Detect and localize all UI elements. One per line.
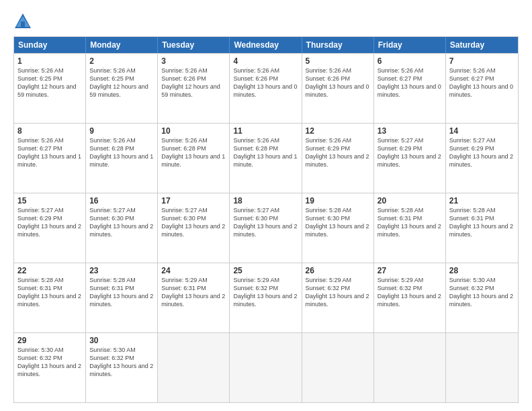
day-info: Sunrise: 5:27 AMSunset: 6:30 PMDaylight …	[161, 207, 225, 238]
day-number: 11	[233, 126, 298, 136]
calendar-cell: 9Sunrise: 5:26 AMSunset: 6:28 PMDaylight…	[86, 124, 158, 193]
day-info: Sunrise: 5:28 AMSunset: 6:30 PMDaylight …	[306, 207, 369, 238]
day-number: 21	[449, 196, 515, 205]
day-info: Sunrise: 5:29 AMSunset: 6:32 PMDaylight …	[233, 277, 297, 308]
calendar-body: 1Sunrise: 5:26 AMSunset: 6:25 PMDaylight…	[14, 53, 518, 402]
day-number: 2	[89, 56, 154, 66]
calendar-cell: 5Sunrise: 5:26 AMSunset: 6:26 PMDaylight…	[302, 54, 374, 123]
calendar-cell	[158, 333, 230, 402]
day-number: 10	[161, 126, 226, 136]
day-number: 25	[233, 266, 298, 275]
calendar-header-cell: Friday	[374, 37, 446, 53]
day-info: Sunrise: 5:26 AMSunset: 6:26 PMDaylight …	[161, 67, 220, 98]
calendar-cell: 17Sunrise: 5:27 AMSunset: 6:30 PMDayligh…	[158, 193, 230, 263]
calendar-header-cell: Wednesday	[230, 37, 302, 53]
calendar-cell: 8Sunrise: 5:26 AMSunset: 6:27 PMDaylight…	[14, 124, 86, 193]
day-number: 13	[378, 126, 442, 136]
day-number: 12	[306, 126, 370, 136]
day-info: Sunrise: 5:29 AMSunset: 6:32 PMDaylight …	[378, 277, 441, 308]
calendar-header-cell: Sunday	[14, 37, 86, 53]
calendar-cell	[374, 333, 446, 402]
calendar-cell: 20Sunrise: 5:28 AMSunset: 6:31 PMDayligh…	[374, 193, 446, 263]
calendar-cell: 4Sunrise: 5:26 AMSunset: 6:26 PMDaylight…	[230, 54, 302, 123]
calendar-cell: 26Sunrise: 5:29 AMSunset: 6:32 PMDayligh…	[302, 263, 374, 332]
calendar-cell: 22Sunrise: 5:28 AMSunset: 6:31 PMDayligh…	[14, 263, 86, 332]
day-number: 26	[306, 266, 370, 275]
day-info: Sunrise: 5:26 AMSunset: 6:27 PMDaylight …	[17, 137, 81, 168]
page: SundayMondayTuesdayWednesdayThursdayFrid…	[0, 0, 532, 411]
calendar-cell: 10Sunrise: 5:26 AMSunset: 6:28 PMDayligh…	[158, 124, 230, 193]
header	[13, 12, 519, 31]
day-number: 4	[233, 56, 298, 66]
calendar-cell: 3Sunrise: 5:26 AMSunset: 6:26 PMDaylight…	[158, 54, 230, 123]
day-number: 15	[17, 196, 82, 205]
calendar-cell: 25Sunrise: 5:29 AMSunset: 6:32 PMDayligh…	[230, 263, 302, 332]
calendar-cell: 13Sunrise: 5:27 AMSunset: 6:29 PMDayligh…	[374, 124, 446, 193]
calendar-cell: 29Sunrise: 5:30 AMSunset: 6:32 PMDayligh…	[14, 333, 86, 402]
day-number: 6	[378, 56, 442, 66]
calendar-cell: 7Sunrise: 5:26 AMSunset: 6:27 PMDaylight…	[446, 54, 518, 123]
calendar-row: 1Sunrise: 5:26 AMSunset: 6:25 PMDaylight…	[14, 53, 518, 123]
calendar-row: 15Sunrise: 5:27 AMSunset: 6:29 PMDayligh…	[14, 193, 518, 263]
calendar-cell: 19Sunrise: 5:28 AMSunset: 6:30 PMDayligh…	[302, 193, 374, 263]
calendar-cell: 21Sunrise: 5:28 AMSunset: 6:31 PMDayligh…	[446, 193, 518, 263]
calendar-cell	[230, 333, 302, 402]
day-info: Sunrise: 5:27 AMSunset: 6:30 PMDaylight …	[233, 207, 297, 238]
calendar-cell	[302, 333, 374, 402]
day-number: 24	[161, 266, 226, 275]
day-number: 5	[306, 56, 370, 66]
calendar-row: 8Sunrise: 5:26 AMSunset: 6:27 PMDaylight…	[14, 123, 518, 193]
calendar-cell: 23Sunrise: 5:28 AMSunset: 6:31 PMDayligh…	[86, 263, 158, 332]
calendar-header: SundayMondayTuesdayWednesdayThursdayFrid…	[14, 37, 518, 53]
calendar-cell: 28Sunrise: 5:30 AMSunset: 6:32 PMDayligh…	[446, 263, 518, 332]
day-info: Sunrise: 5:26 AMSunset: 6:28 PMDaylight …	[161, 137, 225, 168]
day-number: 29	[17, 336, 82, 345]
calendar: SundayMondayTuesdayWednesdayThursdayFrid…	[13, 36, 519, 403]
day-info: Sunrise: 5:28 AMSunset: 6:31 PMDaylight …	[378, 207, 441, 238]
calendar-header-cell: Saturday	[446, 37, 518, 53]
day-info: Sunrise: 5:26 AMSunset: 6:25 PMDaylight …	[17, 67, 77, 98]
calendar-cell: 6Sunrise: 5:26 AMSunset: 6:27 PMDaylight…	[374, 54, 446, 123]
calendar-header-cell: Thursday	[302, 37, 374, 53]
logo	[13, 12, 35, 31]
calendar-cell: 1Sunrise: 5:26 AMSunset: 6:25 PMDaylight…	[14, 54, 86, 123]
day-info: Sunrise: 5:27 AMSunset: 6:29 PMDaylight …	[17, 207, 81, 238]
day-info: Sunrise: 5:28 AMSunset: 6:31 PMDaylight …	[17, 277, 81, 308]
logo-icon	[13, 12, 32, 31]
svg-rect-2	[21, 21, 25, 27]
day-number: 22	[17, 266, 82, 275]
calendar-cell: 14Sunrise: 5:27 AMSunset: 6:29 PMDayligh…	[446, 124, 518, 193]
calendar-cell: 27Sunrise: 5:29 AMSunset: 6:32 PMDayligh…	[374, 263, 446, 332]
calendar-cell	[446, 333, 518, 402]
calendar-cell: 18Sunrise: 5:27 AMSunset: 6:30 PMDayligh…	[230, 193, 302, 263]
day-number: 17	[161, 196, 226, 205]
day-number: 1	[17, 56, 82, 66]
day-number: 28	[449, 266, 515, 275]
calendar-header-cell: Tuesday	[158, 37, 230, 53]
calendar-cell: 2Sunrise: 5:26 AMSunset: 6:25 PMDaylight…	[86, 54, 158, 123]
day-info: Sunrise: 5:29 AMSunset: 6:31 PMDaylight …	[161, 277, 225, 308]
day-info: Sunrise: 5:28 AMSunset: 6:31 PMDaylight …	[89, 277, 153, 308]
day-info: Sunrise: 5:26 AMSunset: 6:28 PMDaylight …	[89, 137, 153, 168]
day-info: Sunrise: 5:29 AMSunset: 6:32 PMDaylight …	[306, 277, 369, 308]
day-number: 20	[378, 196, 442, 205]
day-number: 18	[233, 196, 298, 205]
day-info: Sunrise: 5:27 AMSunset: 6:29 PMDaylight …	[378, 137, 441, 168]
day-number: 27	[378, 266, 442, 275]
day-info: Sunrise: 5:26 AMSunset: 6:29 PMDaylight …	[306, 137, 369, 168]
day-number: 14	[449, 126, 515, 136]
calendar-row: 29Sunrise: 5:30 AMSunset: 6:32 PMDayligh…	[14, 332, 518, 402]
calendar-cell: 11Sunrise: 5:26 AMSunset: 6:28 PMDayligh…	[230, 124, 302, 193]
day-info: Sunrise: 5:27 AMSunset: 6:29 PMDaylight …	[449, 137, 513, 168]
calendar-cell: 12Sunrise: 5:26 AMSunset: 6:29 PMDayligh…	[302, 124, 374, 193]
day-info: Sunrise: 5:26 AMSunset: 6:26 PMDaylight …	[306, 67, 369, 98]
day-info: Sunrise: 5:26 AMSunset: 6:28 PMDaylight …	[233, 137, 297, 168]
calendar-header-cell: Monday	[86, 37, 158, 53]
day-number: 9	[89, 126, 154, 136]
day-number: 16	[89, 196, 154, 205]
day-info: Sunrise: 5:30 AMSunset: 6:32 PMDaylight …	[449, 277, 513, 308]
day-number: 30	[89, 336, 154, 345]
calendar-row: 22Sunrise: 5:28 AMSunset: 6:31 PMDayligh…	[14, 263, 518, 332]
day-info: Sunrise: 5:30 AMSunset: 6:32 PMDaylight …	[89, 347, 153, 377]
day-info: Sunrise: 5:28 AMSunset: 6:31 PMDaylight …	[449, 207, 513, 238]
